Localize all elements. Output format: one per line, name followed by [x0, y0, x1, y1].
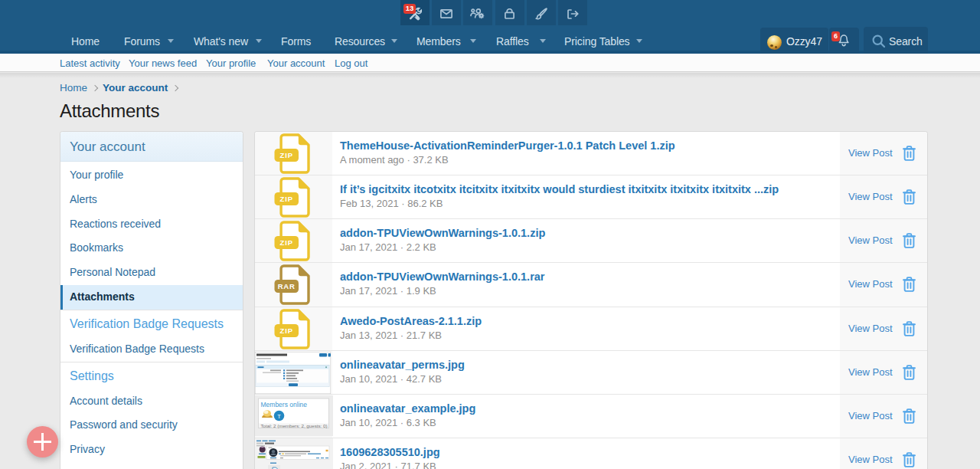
svg-text:ZIP: ZIP [280, 239, 293, 248]
svg-text:Total: 2 (members: 2, guests:: Total: 2 (members: 2, guests: 0) [261, 423, 328, 428]
svg-text:T: T [277, 412, 281, 419]
svg-text:RAR: RAR [278, 283, 296, 291]
svg-text:ZIP: ZIP [280, 151, 293, 159]
svg-text:Members online: Members online [261, 401, 308, 408]
svg-text:ZIP: ZIP [280, 195, 293, 203]
svg-text:ZIP: ZIP [280, 326, 293, 335]
